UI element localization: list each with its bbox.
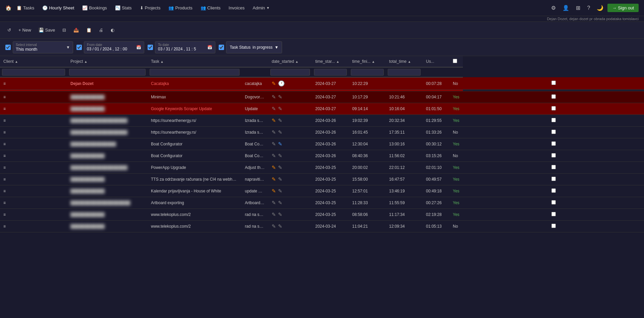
total-filter-input[interactable] <box>388 69 421 76</box>
edit-row-icon[interactable]: ✎ <box>278 129 282 135</box>
refresh-button[interactable]: ↺ <box>5 26 13 34</box>
edit-task-icon[interactable]: ✎ <box>272 223 276 229</box>
edit-task-icon[interactable]: ✎ <box>272 165 276 171</box>
edit-row-icon[interactable]: ✎ <box>278 200 282 206</box>
date-filter-input[interactable] <box>270 69 310 76</box>
edit-task-icon[interactable]: ✎ <box>272 188 276 194</box>
edit-task-icon[interactable]: ✎ <box>272 153 276 159</box>
time-start-filter-input[interactable] <box>314 69 347 76</box>
moon-icon[interactable]: 🌙 <box>594 3 606 12</box>
row-checkbox[interactable] <box>551 224 556 228</box>
edit-row-icon[interactable]: ✎ <box>278 165 282 171</box>
interval-select[interactable]: Select interval This month ▼ <box>13 41 73 53</box>
copy-button[interactable]: 📋 <box>84 26 94 34</box>
edit-row-icon[interactable]: ✎ <box>278 141 282 147</box>
task-status-checkbox[interactable] <box>219 45 224 50</box>
row-checkbox[interactable] <box>551 200 556 205</box>
row-handle[interactable]: ≡ <box>0 174 67 185</box>
nav-tasks[interactable]: 📋 Tasks <box>13 4 38 12</box>
project-filter-input[interactable] <box>69 69 146 76</box>
grid-icon[interactable]: ⊞ <box>573 3 583 12</box>
th-task[interactable]: Task ▲ <box>148 56 241 67</box>
edit-task-icon[interactable]: ✎ <box>272 212 276 218</box>
interval-checkbox[interactable] <box>5 45 11 50</box>
row-checkbox[interactable] <box>551 212 556 216</box>
row-handle[interactable]: ≡ <box>0 197 67 209</box>
task-filter-input[interactable] <box>150 69 239 76</box>
from-date-input[interactable]: From date 03 / 01 / 2024 , 12 : 00 📅 <box>84 41 144 53</box>
edit-task-icon[interactable]: ✎ <box>272 118 276 124</box>
row-handle[interactable]: ≡ <box>0 115 67 127</box>
edit-task-icon[interactable]: ✎ <box>272 81 276 87</box>
th-date-started[interactable]: date_started ▲ <box>268 56 312 67</box>
edit-task-icon[interactable]: ✎ <box>272 176 276 182</box>
theme-button[interactable]: ◐ <box>109 26 116 34</box>
row-handle[interactable]: ≡ <box>0 138 67 150</box>
nav-stats[interactable]: 📉 Stats <box>112 4 135 12</box>
row-checkbox[interactable] <box>551 177 556 181</box>
edit-row-icon[interactable]: ✎ <box>278 212 282 218</box>
nav-bookings[interactable]: 📈 Bookings <box>79 4 110 12</box>
row-handle[interactable]: ≡ <box>0 103 67 115</box>
nav-hourly-sheet[interactable]: 🕐 Hourly Sheet <box>39 4 77 12</box>
row-checkbox[interactable] <box>551 165 556 169</box>
edit-row-icon[interactable]: ✎ <box>278 176 282 182</box>
clock-icon[interactable]: 🕐 <box>278 80 285 87</box>
row-handle[interactable]: ≡ <box>0 127 67 138</box>
print-button[interactable]: 🖨 <box>97 26 105 34</box>
th-time-finish[interactable]: time_fini... ▲ <box>349 56 386 67</box>
row-handle[interactable]: ≡ <box>0 91 67 103</box>
time-finish-filter-input[interactable] <box>351 69 384 76</box>
nav-clients[interactable]: 👥 Clients <box>197 4 224 12</box>
to-date-checkbox[interactable] <box>148 45 153 50</box>
edit-task-icon[interactable]: ✎ <box>272 200 276 206</box>
row-handle[interactable]: ≡ <box>0 150 67 162</box>
row-handle[interactable]: ≡ <box>0 221 67 232</box>
row-handle[interactable]: ≡ <box>0 162 67 174</box>
export-button[interactable]: 📤 <box>71 26 81 34</box>
new-button[interactable]: + New <box>16 26 33 34</box>
user-icon[interactable]: 👤 <box>560 3 572 12</box>
row-checkbox[interactable] <box>551 106 556 110</box>
sign-out-button[interactable]: → Sign out <box>607 4 639 12</box>
row-checkbox[interactable] <box>551 94 556 99</box>
row-handle[interactable]: ≡ <box>0 185 67 197</box>
nav-admin[interactable]: Admin ▼ <box>249 4 273 12</box>
edit-task-icon[interactable]: ✎ <box>272 106 276 112</box>
edit-row-icon[interactable]: ✎ <box>278 118 282 124</box>
nav-invoices[interactable]: Invoices <box>225 4 248 12</box>
nav-products[interactable]: 👥 Products <box>165 4 196 12</box>
row-handle[interactable]: ≡ <box>0 77 67 90</box>
row-checkbox[interactable] <box>551 141 556 146</box>
edit-row-icon[interactable]: ✎ <box>278 153 282 159</box>
select-all-checkbox[interactable] <box>453 59 457 63</box>
edit-task-icon[interactable]: ✎ <box>272 129 276 135</box>
edit-row-icon[interactable]: ✎ <box>278 94 282 100</box>
row-checkbox[interactable] <box>551 118 556 122</box>
task-status-button[interactable]: Task Status in progress ▼ <box>226 41 282 53</box>
row-checkbox[interactable] <box>551 153 556 157</box>
row-handle[interactable]: ≡ <box>0 209 67 221</box>
edit-row-icon[interactable]: ✎ <box>278 223 282 229</box>
settings-icon[interactable]: ⚙ <box>548 3 558 12</box>
from-date-checkbox[interactable] <box>76 45 82 50</box>
nav-projects[interactable]: ⬇ Projects <box>137 4 164 12</box>
edit-row-icon[interactable]: ✎ <box>278 106 282 112</box>
home-icon[interactable]: 🏠 <box>5 5 12 11</box>
row-checkbox[interactable] <box>551 81 556 85</box>
row-checkbox[interactable] <box>551 130 556 134</box>
th-client[interactable]: Client ▲ <box>0 56 67 67</box>
edit-task-icon[interactable]: ✎ <box>272 141 276 147</box>
th-project[interactable]: Project ▲ <box>67 56 148 67</box>
th-time-start[interactable]: time_star... ▲ <box>312 56 349 67</box>
row-checkbox[interactable] <box>551 188 556 193</box>
th-user[interactable]: Us... <box>423 56 449 67</box>
save-button[interactable]: 💾 Save <box>37 26 57 34</box>
edit-task-icon[interactable]: ✎ <box>272 94 276 100</box>
to-date-input[interactable]: To date 03 / 31 / 2024 , 11 : 5 📅 <box>155 41 215 53</box>
client-filter-input[interactable] <box>2 69 65 76</box>
filter-button[interactable]: ⊟ <box>60 26 68 34</box>
edit-row-icon[interactable]: ✎ <box>278 188 282 194</box>
th-total-time[interactable]: total_time ▲ <box>386 56 423 67</box>
help-icon[interactable]: ? <box>584 4 593 12</box>
